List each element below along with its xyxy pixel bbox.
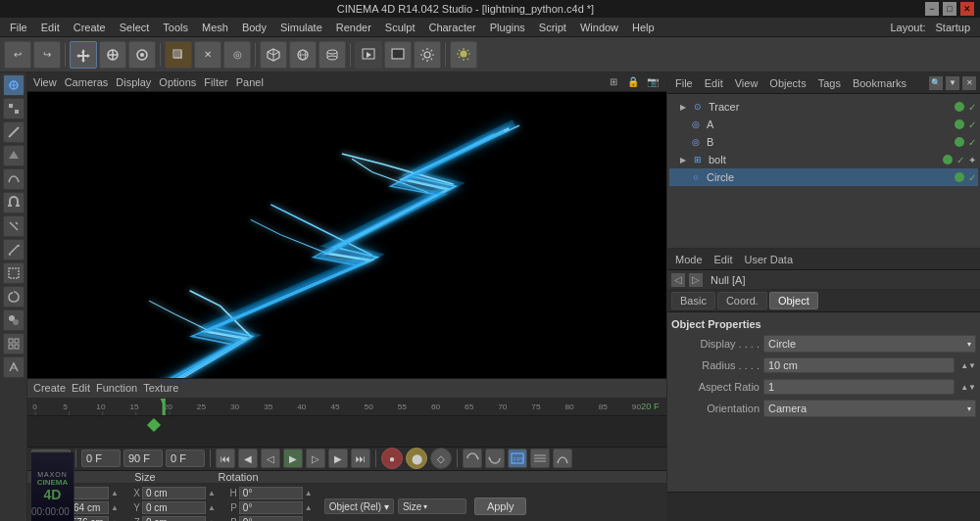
move-button[interactable] [70,41,97,69]
om-tracer-expand[interactable]: ▶ [677,101,689,113]
size-y-field[interactable]: 0 cm [142,501,206,514]
menu-mesh[interactable]: Mesh [196,20,234,35]
om-objects[interactable]: Objects [765,77,809,89]
tool-magnet[interactable] [3,192,24,213]
rot-p-up-arrow[interactable]: ▲ [305,503,313,512]
render-settings-button[interactable] [414,41,441,69]
tl-menu-texture[interactable]: Texture [143,382,178,394]
maximize-button[interactable]: □ [943,2,956,16]
viewport[interactable] [27,92,666,378]
om-row-bolt[interactable]: ▶ ⊞ bolt ✓ ✦ [669,151,978,168]
om-b-dot[interactable] [955,137,964,147]
key-button[interactable]: ◇ [430,448,452,469]
vp-menu-panel[interactable]: Panel [236,76,264,88]
vp-camera-icon[interactable]: 📷 [645,74,661,90]
vp-menu-cameras[interactable]: Cameras [65,76,109,88]
tl-menu-function[interactable]: Function [96,382,137,394]
vp-menu-filter[interactable]: Filter [204,76,227,88]
rot-b-field[interactable]: 0° [239,516,303,522]
menu-help[interactable]: Help [626,20,661,35]
size-z-up-arrow[interactable]: ▲ [208,518,216,522]
menu-window[interactable]: Window [574,20,624,35]
end-frame-field[interactable]: 90 F [123,450,163,467]
record-button[interactable]: ● [381,448,403,469]
start-frame-field[interactable]: 0 F [81,450,121,467]
am-aspect-arrows[interactable]: ▲▼ [960,383,976,392]
am-edit[interactable]: Edit [710,254,737,265]
menu-plugins[interactable]: Plugins [484,20,531,35]
am-tab-coord[interactable]: Coord. [717,292,767,309]
object-mode-button[interactable] [165,41,192,69]
am-aspect-field[interactable]: 1 [763,379,955,395]
loop-button[interactable] [463,449,482,468]
tool-edges[interactable] [3,121,24,143]
om-circle-dot[interactable] [955,172,964,182]
am-forward-button[interactable]: ▷ [689,273,703,287]
prev-key-button[interactable]: ◁ [261,449,280,468]
om-a-check[interactable]: ✓ [968,119,976,130]
tool-null[interactable] [3,74,24,96]
size-y-up-arrow[interactable]: ▲ [208,503,216,512]
timeline-tracks[interactable] [27,416,666,447]
om-edit[interactable]: Edit [701,77,727,89]
om-b-check[interactable]: ✓ [968,137,976,148]
om-search-icon[interactable]: 🔍 [929,76,943,90]
rot-p-field[interactable]: 0° [239,501,303,514]
om-view[interactable]: View [731,77,762,89]
tool-grid[interactable] [3,333,24,355]
menu-simulate[interactable]: Simulate [274,20,328,35]
om-tags[interactable]: Tags [814,77,845,89]
fps-button[interactable]: FPS [508,449,527,468]
go-end-button[interactable]: ⏭ [351,449,370,468]
pos-z-up-arrow[interactable]: ▲ [111,518,119,522]
om-row-a[interactable]: ◎ A ✓ [669,116,978,133]
render-button[interactable] [355,41,382,69]
menu-create[interactable]: Create [68,20,112,35]
pos-x-up-arrow[interactable]: ▲ [111,489,119,497]
sphere-button[interactable] [289,41,317,69]
om-bolt-dot[interactable] [943,155,953,165]
am-radius-field[interactable]: 10 cm [763,357,955,373]
layout-value[interactable]: Startup [930,20,976,35]
coords-button[interactable]: ◎ [223,41,251,69]
timeline-btn[interactable] [530,449,550,468]
menu-select[interactable]: Select [114,20,156,35]
menu-edit[interactable]: Edit [35,20,66,35]
om-close-icon[interactable]: ✕ [962,76,976,90]
menu-sculpt[interactable]: Sculpt [379,20,421,35]
light-button[interactable] [450,41,477,69]
tool-knife[interactable] [3,215,24,237]
om-bolt-check[interactable]: ✓ [956,155,964,166]
om-row-b[interactable]: ◎ B ✓ [669,133,978,151]
am-radius-arrows[interactable]: ▲▼ [960,361,976,370]
om-tracer-check[interactable]: ✓ [968,102,976,113]
menu-body[interactable]: Body [236,20,272,35]
menu-render[interactable]: Render [330,20,377,35]
minimize-button[interactable]: − [925,2,939,16]
menu-tools[interactable]: Tools [157,20,194,35]
tool-sculpt[interactable] [3,356,24,378]
am-tab-basic[interactable]: Basic [671,292,715,309]
vp-maximize-icon[interactable]: ⊞ [606,74,621,90]
tl-menu-edit[interactable]: Edit [72,382,90,394]
coord-system-dropdown[interactable]: Object (Rel) ▾ [324,498,394,514]
tool-polygons[interactable] [3,145,24,166]
om-file[interactable]: File [671,77,697,89]
am-back-button[interactable]: ◁ [671,273,685,287]
size-x-field[interactable]: 0 cm [142,487,206,499]
vp-lock-icon[interactable]: 🔒 [625,74,641,90]
auto-key-button[interactable]: ⬤ [406,448,427,469]
next-key-button[interactable]: ▷ [306,449,325,468]
om-a-dot[interactable] [955,119,964,129]
om-circle-check[interactable]: ✓ [968,172,976,183]
bounce-button[interactable] [485,449,505,468]
vp-menu-options[interactable]: Options [159,76,196,88]
tool-material[interactable] [3,309,24,331]
motion-path-button[interactable] [553,449,572,468]
am-orient-dropdown[interactable]: Camera ▾ [763,400,976,417]
vp-menu-display[interactable]: Display [116,76,151,88]
prev-frame-button[interactable]: ◀ [238,449,258,468]
render-view-button[interactable] [384,41,412,69]
am-mode[interactable]: Mode [671,254,707,265]
om-bookmarks[interactable]: Bookmarks [849,77,910,89]
